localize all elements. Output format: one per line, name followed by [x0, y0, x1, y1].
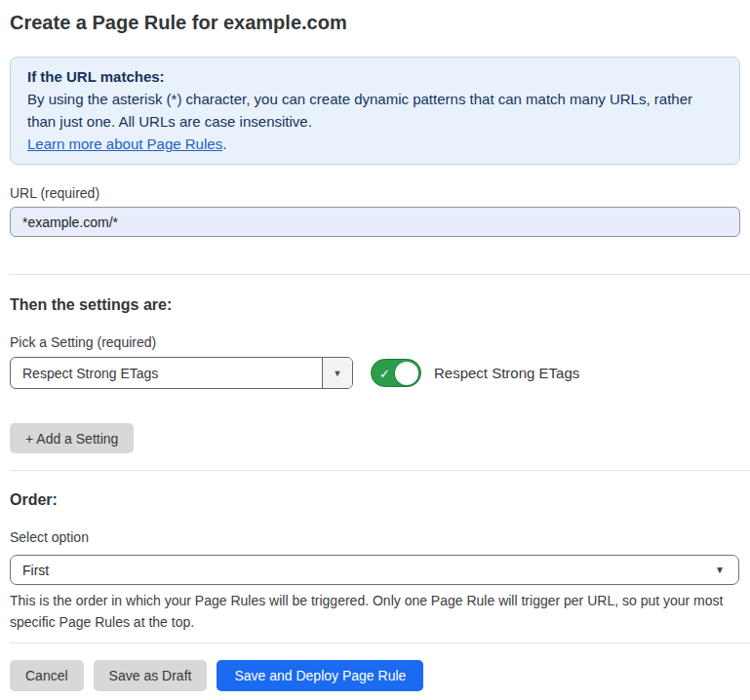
footer-divider [10, 642, 750, 643]
section-divider [10, 470, 750, 471]
order-select-label: Select option [10, 529, 740, 546]
check-icon: ✓ [379, 367, 390, 379]
url-match-info-box: If the URL matches: By using the asteris… [10, 57, 740, 165]
info-box-link-line: Learn more about Page Rules. [27, 133, 723, 155]
setting-select-button[interactable]: ▼ [322, 358, 352, 388]
section-divider [10, 274, 750, 275]
setting-toggle[interactable]: ✓ [371, 359, 421, 387]
page-title: Create a Page Rule for example.com [10, 11, 740, 34]
settings-section-heading: Then the settings are: [10, 295, 740, 314]
pick-setting-label: Pick a Setting (required) [10, 334, 740, 351]
add-setting-button[interactable]: + Add a Setting [10, 423, 134, 453]
create-page-rule-form: Create a Page Rule for example.com If th… [0, 11, 750, 691]
toggle-knob [395, 362, 418, 385]
save-as-draft-button[interactable]: Save as Draft [94, 660, 208, 691]
order-section-heading: Order: [10, 490, 740, 509]
info-box-heading: If the URL matches: [27, 65, 723, 88]
footer-actions: Cancel Save as Draft Save and Deploy Pag… [10, 660, 740, 691]
setting-toggle-label: Respect Strong ETags [434, 365, 579, 381]
url-input[interactable] [10, 207, 740, 237]
order-help-text: This is the order in which your Page Rul… [10, 590, 736, 633]
learn-more-link[interactable]: Learn more about Page Rules [27, 136, 222, 152]
chevron-down-icon: ▼ [715, 564, 725, 575]
order-select-value: First [22, 563, 715, 578]
order-select[interactable]: First ▼ [10, 555, 739, 585]
setting-select[interactable]: Respect Strong ETags ▼ [10, 357, 353, 389]
save-and-deploy-button[interactable]: Save and Deploy Page Rule [217, 660, 423, 691]
info-box-body: By using the asterisk (*) character, you… [27, 88, 723, 133]
url-field-label: URL (required) [10, 185, 740, 202]
setting-select-value: Respect Strong ETags [11, 358, 322, 388]
setting-row: Respect Strong ETags ▼ ✓ Respect Strong … [10, 357, 740, 389]
cancel-button[interactable]: Cancel [10, 660, 84, 691]
chevron-down-icon: ▼ [334, 369, 342, 378]
link-suffix-period: . [222, 136, 226, 152]
